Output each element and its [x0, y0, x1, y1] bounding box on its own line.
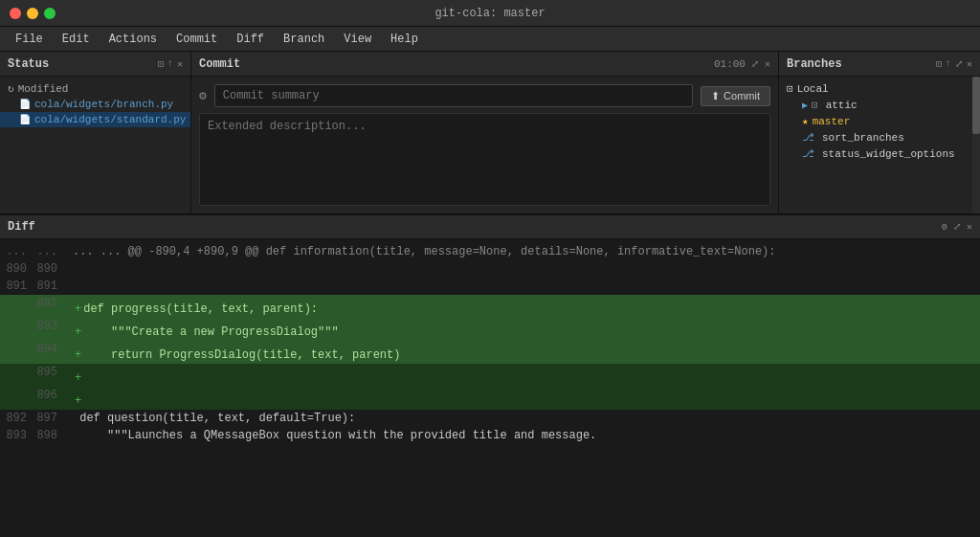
- diff-hunk-content: ... ... @@ -890,4 +890,9 @@ def informat…: [69, 243, 980, 260]
- diff-line-895-new: 895 +: [0, 364, 980, 387]
- status-header-icons: ⊡ ↑ ✕: [158, 58, 183, 70]
- commit-summary-input[interactable]: [214, 84, 693, 107]
- commit-icon-expand[interactable]: ⤢: [751, 58, 759, 70]
- menu-help[interactable]: Help: [383, 31, 426, 48]
- commit-description-input[interactable]: [199, 113, 770, 206]
- diff-header-icons: ⚙ ⤢ ✕: [942, 221, 972, 233]
- status-panel: Status ⊡ ↑ ✕ ↻ Modified 📄 cola/widgets/b…: [0, 52, 191, 213]
- commit-panel: Commit 01:00 ⤢ ✕ ⚙ ⬆ Commit: [191, 52, 779, 213]
- menu-diff[interactable]: Diff: [229, 31, 272, 48]
- commit-panel-header: Commit 01:00 ⤢ ✕: [191, 52, 778, 77]
- menu-commit[interactable]: Commit: [168, 31, 225, 48]
- commit-timer: 01:00: [714, 58, 746, 70]
- file-name-standard: cola/widgets/standard.py: [34, 114, 186, 125]
- branches-scrollbar[interactable]: [972, 77, 980, 213]
- branch-status-label: status_widget_options: [822, 148, 955, 160]
- branch-item-sort[interactable]: ⎇ sort_branches: [779, 129, 980, 145]
- menu-file[interactable]: File: [8, 31, 51, 48]
- commit-icon-close[interactable]: ✕: [765, 58, 770, 70]
- commit-body: ⚙ ⬆ Commit: [191, 77, 778, 213]
- branch-local-section: ⊡ Local ▶ ⊡ attic ★ master ⎇ sort_bran: [779, 77, 980, 166]
- branch-item-attic[interactable]: ▶ ⊡ attic: [779, 97, 980, 113]
- branches-panel-title: Branches: [787, 57, 842, 71]
- menu-view[interactable]: View: [336, 31, 379, 48]
- branch-local-header: ⊡ Local: [779, 80, 980, 97]
- minimize-button[interactable]: [27, 8, 38, 19]
- diff-line-890-890: 890 890: [0, 260, 980, 278]
- status-panel-header: Status ⊡ ↑ ✕: [0, 52, 190, 77]
- commit-gear-icon: ⚙: [199, 88, 207, 103]
- branches-panel: Branches ⊡ ↑ ⤢ ✕ ⊡ Local ▶ ⊡: [779, 52, 980, 213]
- diff-line-893-new: 893 + """Create a new ProgressDialog""": [0, 318, 980, 341]
- diff-gear-icon[interactable]: ⚙: [942, 221, 947, 233]
- menu-branch[interactable]: Branch: [276, 31, 332, 48]
- branch-arrow-icon: ▶: [802, 100, 808, 111]
- diff-hunk-line-nums: ... ...: [0, 243, 69, 260]
- commit-btn-icon: ⬆: [711, 90, 720, 102]
- diff-expand-icon[interactable]: ⤢: [953, 221, 961, 233]
- branch-master-label: master: [813, 116, 851, 127]
- file-item-branch[interactable]: 📄 cola/widgets/branch.py: [0, 97, 190, 112]
- commit-panel-title: Commit: [199, 57, 240, 71]
- diff-line-892-new: 892 +def progress(title, text, parent):: [0, 295, 980, 318]
- commit-summary-row: ⚙ ⬆ Commit: [199, 84, 770, 107]
- diff-hunk-header: ... ... ... ... @@ -890,4 +890,9 @@ def …: [0, 243, 980, 260]
- window-controls: [10, 8, 56, 19]
- branches-content: ⊡ Local ▶ ⊡ attic ★ master ⎇ sort_bran: [779, 77, 980, 213]
- diff-line-892-897: 892 897 def question(title, text, defaul…: [0, 410, 980, 427]
- menu-edit[interactable]: Edit: [55, 31, 98, 48]
- diff-content: ... ... ... ... @@ -890,4 +890,9 @@ def …: [0, 239, 980, 537]
- branches-icon-close[interactable]: ✕: [967, 58, 972, 70]
- file-icon-standard: 📄: [19, 114, 31, 125]
- file-icon-branch: 📄: [19, 99, 31, 110]
- branch-item-master[interactable]: ★ master: [779, 113, 980, 129]
- diff-close-icon[interactable]: ✕: [967, 221, 972, 233]
- commit-header-right: 01:00 ⤢ ✕: [714, 58, 770, 70]
- commit-button[interactable]: ⬆ Commit: [701, 86, 770, 106]
- menu-actions[interactable]: Actions: [101, 31, 165, 48]
- status-icon-2[interactable]: ↑: [167, 58, 173, 69]
- branch-sort-label: sort_branches: [822, 132, 904, 144]
- branches-panel-header: Branches ⊡ ↑ ⤢ ✕: [779, 52, 980, 77]
- close-button[interactable]: [10, 8, 21, 19]
- commit-header-left: Commit: [199, 57, 240, 71]
- status-section-modified: ↻ Modified: [0, 80, 190, 97]
- diff-line-896-new: 896 +: [0, 387, 980, 410]
- status-close-icon[interactable]: ✕: [177, 58, 183, 70]
- branches-header-icons: ⊡ ↑ ⤢ ✕: [936, 58, 972, 70]
- branches-icon-2[interactable]: ↑: [946, 58, 951, 69]
- main-layout: Status ⊡ ↑ ✕ ↻ Modified 📄 cola/widgets/b…: [0, 52, 980, 537]
- local-label: Local: [797, 83, 829, 95]
- branch-attic-box-icon: ⊡: [812, 99, 818, 111]
- branches-icon-expand[interactable]: ⤢: [955, 58, 963, 70]
- branch-attic-label: attic: [826, 100, 858, 111]
- branches-scrollbar-thumb[interactable]: [972, 77, 980, 134]
- status-content: ↻ Modified 📄 cola/widgets/branch.py 📄 co…: [0, 77, 190, 213]
- modified-icon: ↻: [8, 82, 14, 95]
- diff-line-891-891: 891 891: [0, 278, 980, 295]
- branch-star-icon: ★: [802, 115, 809, 127]
- status-icon-1[interactable]: ⊡: [158, 58, 164, 70]
- diff-panel-title: Diff: [8, 220, 35, 234]
- title-bar: git-cola: master: [0, 0, 980, 27]
- diff-line-893-898: 893 898 """Launches a QMessageBox questi…: [0, 427, 980, 444]
- branch-item-status[interactable]: ⎇ status_widget_options: [779, 145, 980, 162]
- window-title: git-cola: master: [434, 7, 545, 20]
- maximize-button[interactable]: [44, 8, 56, 19]
- branch-status-icon: ⎇: [802, 147, 814, 160]
- status-panel-title: Status: [8, 57, 49, 71]
- file-item-standard[interactable]: 📄 cola/widgets/standard.py: [0, 112, 190, 127]
- commit-btn-label: Commit: [724, 90, 760, 101]
- branch-sort-icon: ⎇: [802, 131, 814, 144]
- top-row: Status ⊡ ↑ ✕ ↻ Modified 📄 cola/widgets/b…: [0, 52, 980, 214]
- local-icon: ⊡: [787, 82, 793, 95]
- diff-panel: Diff ⚙ ⤢ ✕ ... ... ... ... @@ -890,4 +89…: [0, 214, 980, 537]
- diff-line-894-new: 894 + return ProgressDialog(title, text,…: [0, 341, 980, 364]
- file-name-branch: cola/widgets/branch.py: [34, 99, 173, 110]
- menu-bar: File Edit Actions Commit Diff Branch Vie…: [0, 27, 980, 52]
- branches-icon-1[interactable]: ⊡: [936, 58, 942, 70]
- diff-panel-header: Diff ⚙ ⤢ ✕: [0, 214, 980, 239]
